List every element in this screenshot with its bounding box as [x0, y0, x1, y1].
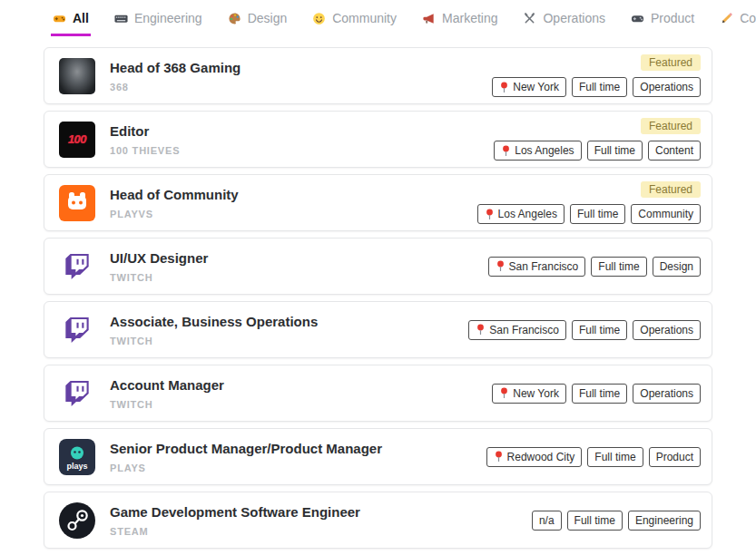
location-tag: New York [492, 384, 566, 404]
tab-engineering[interactable]: Engineering [113, 11, 204, 36]
category-tag: Operations [633, 384, 701, 404]
employment-type-tag: Full time [587, 447, 643, 467]
job-title: Head of 368 Gaming [110, 60, 241, 75]
tab-label: Engineering [134, 11, 202, 25]
company-logo [59, 58, 95, 94]
category-tag: Content [648, 141, 701, 161]
tab-label: Operations [543, 11, 604, 25]
company-logo [59, 502, 95, 539]
category-tag: Engineering [628, 511, 701, 531]
location-text: New York [513, 80, 559, 94]
location-text: Los Angeles [515, 143, 574, 158]
location-tag: Redwood City [486, 447, 583, 467]
location-pin-icon [499, 387, 509, 399]
pencil-icon [720, 12, 733, 25]
location-tag: San Francisco [488, 257, 586, 277]
plays-logo: plays [59, 439, 95, 475]
tab-design[interactable]: Design [226, 11, 290, 36]
tab-operations[interactable]: Operations [521, 11, 606, 36]
job-tags: Los Angeles Full time Community [477, 204, 701, 224]
job-card[interactable]: UI/UX Designer TWITCH San Francisco Full… [44, 238, 712, 295]
100-thieves-logo: 100 [59, 122, 95, 158]
job-tags: San Francisco Full time Design [488, 257, 701, 277]
employment-type-tag: Full time [572, 384, 627, 404]
tab-label: Content [740, 11, 756, 25]
controller-dark-icon [631, 12, 644, 25]
location-pin-icon [496, 260, 506, 272]
category-tag: Operations [633, 320, 701, 340]
job-info: Editor 100 THIEVES [110, 123, 180, 156]
tab-all[interactable]: All [51, 11, 91, 36]
location-text: Los Angeles [498, 207, 557, 221]
job-meta: Featured Los Angeles Full time Content [494, 112, 701, 167]
job-info: Game Development Software Engineer STEAM [110, 504, 360, 537]
job-tags: New York Full time Operations [492, 77, 701, 97]
location-text: San Francisco [509, 259, 579, 274]
job-card[interactable]: plays Senior Product Manager/Product Man… [44, 428, 712, 485]
megaphone-icon [422, 12, 436, 25]
location-tag: Los Angeles [494, 141, 581, 161]
category-tag: Design [653, 257, 701, 277]
job-title: UI/UX Designer [110, 250, 208, 266]
location-tag: San Francisco [468, 320, 566, 340]
job-info: Associate, Business Operations TWITCH [110, 314, 318, 346]
location-tag: New York [492, 77, 566, 97]
job-card[interactable]: 100 Editor 100 THIEVES Featured Los Ange… [44, 111, 712, 168]
job-tags: Redwood City Full time Product [486, 447, 701, 467]
job-meta: San Francisco Full time Design [488, 239, 701, 294]
job-info: Head of Community PLAYVS [110, 187, 239, 219]
company-name: PLAYS [110, 462, 382, 473]
job-info: Head of 368 Gaming 368 [110, 60, 241, 92]
job-title: Editor [110, 123, 180, 139]
company-logo [59, 185, 95, 221]
job-title: Head of Community [110, 187, 239, 202]
location-text: n/a [539, 513, 555, 528]
job-card[interactable]: Head of Community PLAYVS Featured Los An… [44, 174, 712, 231]
tab-marketing[interactable]: Marketing [420, 11, 499, 36]
company-name: TWITCH [110, 336, 318, 346]
location-pin-icon [494, 451, 504, 462]
employment-type-tag: Full time [587, 141, 643, 161]
job-meta: Featured Los Angeles Full time Community [477, 175, 701, 230]
company-name: TWITCH [110, 272, 208, 283]
twitch-logo [59, 312, 95, 348]
job-card[interactable]: Game Development Software Engineer STEAM… [44, 492, 712, 549]
job-tags: New York Full time Operations [492, 384, 701, 404]
employment-type-tag: Full time [570, 204, 625, 224]
employment-type-tag: Full time [567, 511, 623, 531]
job-meta: n/a Full time Engineering [532, 492, 701, 548]
company-logo: 100 [59, 122, 95, 158]
job-title: Senior Product Manager/Product Manager [110, 441, 382, 456]
job-tags: Los Angeles Full time Content [494, 141, 701, 161]
job-card[interactable]: Account Manager TWITCH New York Full tim… [44, 365, 712, 422]
job-list: Head of 368 Gaming 368 Featured New York… [44, 47, 712, 549]
location-pin-icon [476, 324, 486, 336]
company-name: STEAM [110, 526, 360, 537]
tab-community[interactable]: Community [310, 11, 398, 36]
job-card[interactable]: Associate, Business Operations TWITCH Sa… [44, 301, 712, 358]
employment-type-tag: Full time [572, 77, 627, 97]
location-pin-icon [499, 82, 509, 93]
job-tags: n/a Full time Engineering [532, 511, 701, 531]
company-name: PLAYVS [110, 209, 239, 219]
featured-badge: Featured [641, 181, 701, 198]
featured-badge: Featured [641, 54, 701, 71]
location-tag: n/a [532, 511, 562, 531]
company-name: 100 THIEVES [110, 145, 180, 156]
category-tag: Operations [633, 77, 701, 97]
job-title: Game Development Software Engineer [110, 504, 360, 520]
category-tabs: All Engineering Design Community Marketi… [0, 0, 756, 36]
tab-product[interactable]: Product [629, 11, 696, 36]
hammer-pick-icon [523, 12, 536, 25]
job-card[interactable]: Head of 368 Gaming 368 Featured New York… [44, 47, 712, 104]
368-photo-logo [59, 58, 95, 94]
tab-content[interactable]: Content [718, 11, 756, 36]
category-tag: Community [631, 204, 701, 224]
tab-label: Community [332, 11, 397, 25]
job-meta: San Francisco Full time Operations [468, 302, 701, 357]
keyboard-icon [114, 12, 128, 25]
playvs-logo [59, 185, 95, 221]
controller-icon [53, 12, 66, 25]
featured-badge: Featured [641, 118, 701, 134]
location-pin-icon [485, 209, 495, 220]
